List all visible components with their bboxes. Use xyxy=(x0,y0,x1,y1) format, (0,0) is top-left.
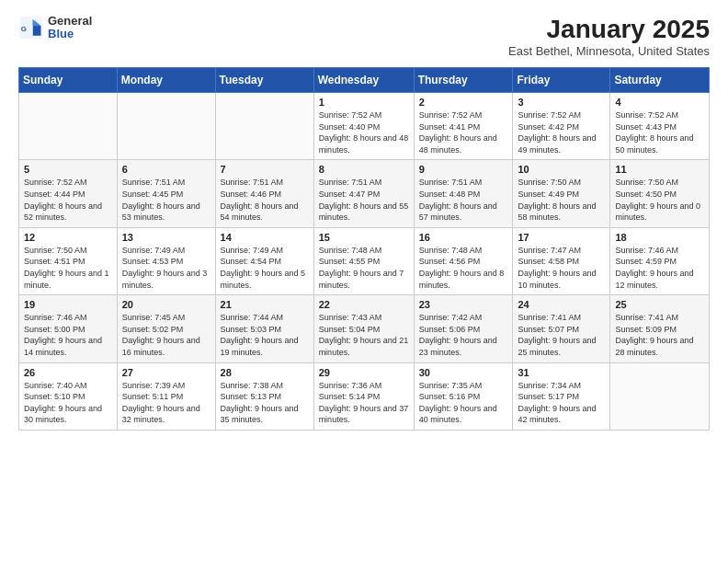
logo-icon: G xyxy=(18,15,44,40)
day-detail: Sunrise: 7:52 AM Sunset: 4:44 PM Dayligh… xyxy=(24,177,112,223)
day-detail: Sunrise: 7:46 AM Sunset: 4:59 PM Dayligh… xyxy=(615,245,704,291)
day-number: 29 xyxy=(319,367,409,378)
day-detail: Sunrise: 7:52 AM Sunset: 4:43 PM Dayligh… xyxy=(615,109,704,155)
day-detail: Sunrise: 7:48 AM Sunset: 4:55 PM Dayligh… xyxy=(319,245,409,291)
day-number: 20 xyxy=(122,299,210,310)
day-cell: 12Sunrise: 7:50 AM Sunset: 4:51 PM Dayli… xyxy=(19,227,118,294)
day-number: 12 xyxy=(24,232,112,243)
day-detail: Sunrise: 7:35 AM Sunset: 5:16 PM Dayligh… xyxy=(419,380,508,426)
day-number: 16 xyxy=(419,232,508,243)
day-detail: Sunrise: 7:51 AM Sunset: 4:45 PM Dayligh… xyxy=(122,177,210,223)
day-cell: 4Sunrise: 7:52 AM Sunset: 4:43 PM Daylig… xyxy=(610,93,710,160)
day-detail: Sunrise: 7:46 AM Sunset: 5:00 PM Dayligh… xyxy=(24,312,112,358)
day-cell: 16Sunrise: 7:48 AM Sunset: 4:56 PM Dayli… xyxy=(414,227,513,294)
location: East Bethel, Minnesota, United States xyxy=(508,44,710,58)
day-cell: 21Sunrise: 7:44 AM Sunset: 5:03 PM Dayli… xyxy=(215,295,313,362)
day-number: 23 xyxy=(419,299,508,310)
day-detail: Sunrise: 7:48 AM Sunset: 4:56 PM Dayligh… xyxy=(419,245,508,291)
day-detail: Sunrise: 7:50 AM Sunset: 4:49 PM Dayligh… xyxy=(518,177,605,223)
day-number: 15 xyxy=(319,232,409,243)
weekday-header-thursday: Thursday xyxy=(414,68,513,93)
day-detail: Sunrise: 7:44 AM Sunset: 5:03 PM Dayligh… xyxy=(221,312,309,358)
day-cell: 3Sunrise: 7:52 AM Sunset: 4:42 PM Daylig… xyxy=(513,93,610,160)
day-number: 8 xyxy=(319,164,409,175)
day-detail: Sunrise: 7:36 AM Sunset: 5:14 PM Dayligh… xyxy=(319,380,409,426)
day-number: 4 xyxy=(615,97,704,108)
day-cell: 2Sunrise: 7:52 AM Sunset: 4:41 PM Daylig… xyxy=(414,93,513,160)
month-title: January 2025 xyxy=(508,15,710,44)
logo-blue: Blue xyxy=(48,28,92,40)
weekday-header-tuesday: Tuesday xyxy=(215,68,313,93)
day-cell: 26Sunrise: 7:40 AM Sunset: 5:10 PM Dayli… xyxy=(19,362,118,430)
day-detail: Sunrise: 7:50 AM Sunset: 4:51 PM Dayligh… xyxy=(24,245,112,291)
day-cell: 31Sunrise: 7:34 AM Sunset: 5:17 PM Dayli… xyxy=(513,362,610,430)
day-cell xyxy=(117,93,215,160)
day-number: 28 xyxy=(221,367,309,378)
day-cell: 25Sunrise: 7:41 AM Sunset: 5:09 PM Dayli… xyxy=(610,295,710,362)
day-number: 13 xyxy=(122,232,210,243)
day-detail: Sunrise: 7:51 AM Sunset: 4:46 PM Dayligh… xyxy=(221,177,309,223)
logo-text: General Blue xyxy=(48,15,92,41)
day-cell: 9Sunrise: 7:51 AM Sunset: 4:48 PM Daylig… xyxy=(414,160,513,227)
header: G General Blue January 2025 East Bethel,… xyxy=(18,15,710,58)
weekday-header-friday: Friday xyxy=(513,68,610,93)
day-cell: 19Sunrise: 7:46 AM Sunset: 5:00 PM Dayli… xyxy=(19,295,118,362)
day-number: 25 xyxy=(615,299,704,310)
day-number: 22 xyxy=(319,299,409,310)
day-detail: Sunrise: 7:42 AM Sunset: 5:06 PM Dayligh… xyxy=(419,312,508,358)
day-cell: 13Sunrise: 7:49 AM Sunset: 4:53 PM Dayli… xyxy=(117,227,215,294)
day-cell: 28Sunrise: 7:38 AM Sunset: 5:13 PM Dayli… xyxy=(215,362,313,430)
day-detail: Sunrise: 7:34 AM Sunset: 5:17 PM Dayligh… xyxy=(518,380,605,426)
day-number: 18 xyxy=(615,232,704,243)
day-detail: Sunrise: 7:52 AM Sunset: 4:40 PM Dayligh… xyxy=(319,109,409,155)
day-detail: Sunrise: 7:49 AM Sunset: 4:54 PM Dayligh… xyxy=(221,245,309,291)
day-cell xyxy=(215,93,313,160)
day-cell: 15Sunrise: 7:48 AM Sunset: 4:55 PM Dayli… xyxy=(313,227,414,294)
day-cell: 8Sunrise: 7:51 AM Sunset: 4:47 PM Daylig… xyxy=(313,160,414,227)
day-number: 9 xyxy=(419,164,508,175)
weekday-header-saturday: Saturday xyxy=(610,68,710,93)
day-cell: 11Sunrise: 7:50 AM Sunset: 4:50 PM Dayli… xyxy=(610,160,710,227)
week-row-5: 26Sunrise: 7:40 AM Sunset: 5:10 PM Dayli… xyxy=(19,362,710,430)
day-number: 17 xyxy=(518,232,605,243)
day-detail: Sunrise: 7:51 AM Sunset: 4:48 PM Dayligh… xyxy=(419,177,508,223)
day-cell xyxy=(19,93,118,160)
day-cell: 18Sunrise: 7:46 AM Sunset: 4:59 PM Dayli… xyxy=(610,227,710,294)
day-number: 31 xyxy=(518,367,605,378)
day-number: 3 xyxy=(518,97,605,108)
page: G General Blue January 2025 East Bethel,… xyxy=(0,0,728,563)
day-cell: 24Sunrise: 7:41 AM Sunset: 5:07 PM Dayli… xyxy=(513,295,610,362)
day-cell: 5Sunrise: 7:52 AM Sunset: 4:44 PM Daylig… xyxy=(19,160,118,227)
calendar: SundayMondayTuesdayWednesdayThursdayFrid… xyxy=(18,67,710,431)
day-number: 1 xyxy=(319,97,409,108)
weekday-header-wednesday: Wednesday xyxy=(313,68,414,93)
day-cell: 1Sunrise: 7:52 AM Sunset: 4:40 PM Daylig… xyxy=(313,93,414,160)
week-row-2: 5Sunrise: 7:52 AM Sunset: 4:44 PM Daylig… xyxy=(19,160,710,227)
day-cell: 30Sunrise: 7:35 AM Sunset: 5:16 PM Dayli… xyxy=(414,362,513,430)
day-detail: Sunrise: 7:45 AM Sunset: 5:02 PM Dayligh… xyxy=(122,312,210,358)
logo: G General Blue xyxy=(18,15,92,41)
day-number: 6 xyxy=(122,164,210,175)
day-number: 14 xyxy=(221,232,309,243)
day-detail: Sunrise: 7:50 AM Sunset: 4:50 PM Dayligh… xyxy=(615,177,704,223)
logo-general: General xyxy=(48,15,92,28)
day-cell: 27Sunrise: 7:39 AM Sunset: 5:11 PM Dayli… xyxy=(117,362,215,430)
day-number: 19 xyxy=(24,299,112,310)
day-cell: 20Sunrise: 7:45 AM Sunset: 5:02 PM Dayli… xyxy=(117,295,215,362)
day-cell: 14Sunrise: 7:49 AM Sunset: 4:54 PM Dayli… xyxy=(215,227,313,294)
week-row-4: 19Sunrise: 7:46 AM Sunset: 5:00 PM Dayli… xyxy=(19,295,710,362)
day-detail: Sunrise: 7:47 AM Sunset: 4:58 PM Dayligh… xyxy=(518,245,605,291)
day-cell: 23Sunrise: 7:42 AM Sunset: 5:06 PM Dayli… xyxy=(414,295,513,362)
weekday-header-row: SundayMondayTuesdayWednesdayThursdayFrid… xyxy=(19,68,710,93)
day-number: 11 xyxy=(615,164,704,175)
day-detail: Sunrise: 7:51 AM Sunset: 4:47 PM Dayligh… xyxy=(319,177,409,223)
day-number: 27 xyxy=(122,367,210,378)
day-detail: Sunrise: 7:38 AM Sunset: 5:13 PM Dayligh… xyxy=(221,380,309,426)
day-detail: Sunrise: 7:40 AM Sunset: 5:10 PM Dayligh… xyxy=(24,380,112,426)
weekday-header-monday: Monday xyxy=(117,68,215,93)
day-number: 10 xyxy=(518,164,605,175)
day-cell xyxy=(610,362,710,430)
day-number: 2 xyxy=(419,97,508,108)
weekday-header-sunday: Sunday xyxy=(19,68,118,93)
day-detail: Sunrise: 7:41 AM Sunset: 5:09 PM Dayligh… xyxy=(615,312,704,358)
